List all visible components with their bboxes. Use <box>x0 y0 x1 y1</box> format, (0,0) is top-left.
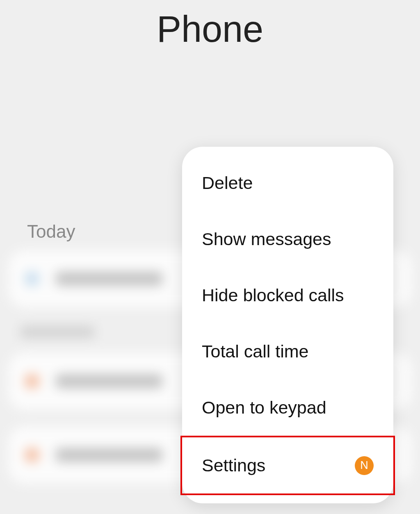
menu-item-label: Settings <box>202 455 265 475</box>
menu-item-hide-blocked-calls[interactable]: Hide blocked calls <box>182 267 393 323</box>
menu-item-open-to-keypad[interactable]: Open to keypad <box>182 380 393 436</box>
menu-item-delete[interactable]: Delete <box>182 155 393 211</box>
new-badge-icon: N <box>355 456 374 475</box>
menu-item-label: Hide blocked calls <box>202 285 344 305</box>
menu-item-label: Total call time <box>202 341 308 362</box>
menu-item-total-call-time[interactable]: Total call time <box>182 323 393 380</box>
page-title: Phone <box>0 8 420 50</box>
menu-item-label: Delete <box>202 173 253 193</box>
menu-item-show-messages[interactable]: Show messages <box>182 211 393 267</box>
menu-item-label: Open to keypad <box>202 398 326 418</box>
overflow-menu: Delete Show messages Hide blocked calls … <box>182 147 393 503</box>
menu-item-settings[interactable]: Settings N <box>180 436 395 495</box>
menu-item-label: Show messages <box>202 229 331 249</box>
section-header-today: Today <box>27 221 75 242</box>
